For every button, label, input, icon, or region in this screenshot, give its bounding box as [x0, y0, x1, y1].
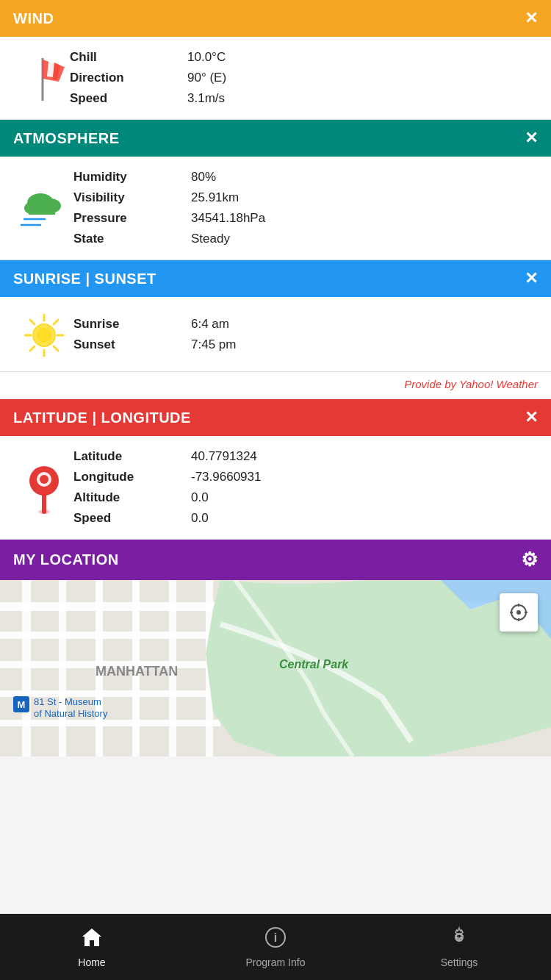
settings-icon [448, 926, 470, 954]
sunset-value: 7:45 pm [191, 337, 236, 352]
atmosphere-close-icon[interactable]: ✕ [525, 129, 539, 148]
state-label: State [73, 232, 191, 246]
svg-text:M: M [18, 699, 26, 710]
wind-direction-label: Direction [70, 71, 187, 85]
program-info-label: Program Info [246, 956, 306, 968]
svg-text:MANHATTAN: MANHATTAN [96, 664, 178, 679]
svg-line-16 [30, 320, 35, 324]
wind-direction-value: 90° (E) [187, 71, 226, 85]
visibility-label: Visibility [73, 190, 191, 205]
atmosphere-values: 80% 25.91km 34541.18hPa Steady [191, 170, 265, 246]
sunset-label: Sunset [73, 337, 191, 352]
atmosphere-section: ATMOSPHERE ✕ [0, 120, 551, 260]
svg-rect-8 [29, 209, 55, 215]
sunrise-header: SUNRISE | SUNSET ✕ [0, 260, 551, 297]
wind-content: Chill Direction Speed 10.0°C 90° (E) 3.1… [0, 37, 551, 120]
latlng-header: LATITUDE | LONGITUDE ✕ [0, 399, 551, 436]
map-location-button[interactable] [500, 593, 538, 632]
wind-header: WIND ✕ [0, 0, 551, 37]
wind-chill-value: 10.0°C [187, 50, 226, 65]
svg-point-25 [40, 475, 48, 484]
map-svg: MANHATTAN Central Park M 81 St - Museum … [0, 580, 551, 757]
sunrise-close-icon[interactable]: ✕ [525, 269, 539, 288]
sunrise-section: SUNRISE | SUNSET ✕ [0, 260, 551, 399]
latlng-labels: Latitude Longitude Altitude Speed [73, 449, 191, 526]
latlng-section: LATITUDE | LONGITUDE ✕ Latitude Longitu [0, 399, 551, 540]
atmosphere-header: ATMOSPHERE ✕ [0, 120, 551, 157]
latlng-title: LATITUDE | LONGITUDE [13, 409, 191, 426]
settings-label: Settings [441, 956, 478, 968]
svg-point-23 [38, 509, 50, 514]
wind-icon [15, 51, 70, 106]
altitude-label: Altitude [73, 490, 191, 505]
atmosphere-labels: Humidity Visibility Pressure State [73, 170, 191, 246]
wind-close-icon[interactable]: ✕ [525, 9, 539, 28]
svg-line-19 [30, 346, 35, 351]
svg-text:of Natural History: of Natural History [34, 708, 108, 719]
latitude-label: Latitude [73, 449, 191, 464]
mylocation-title: MY LOCATION [13, 551, 119, 568]
mylocation-header: MY LOCATION ⚙ [0, 540, 551, 580]
info-icon: i [264, 926, 287, 954]
home-icon [81, 926, 103, 954]
svg-rect-32 [22, 580, 31, 757]
svg-point-45 [516, 610, 521, 615]
wind-labels: Chill Direction Speed [70, 50, 187, 106]
svg-rect-31 [0, 720, 220, 726]
svg-rect-30 [0, 690, 220, 697]
latlng-icon [15, 460, 73, 515]
latlng-speed-label: Speed [73, 511, 191, 526]
state-value: Steady [191, 232, 265, 246]
wind-speed-value: 3.1m/s [187, 91, 226, 106]
latlng-speed-value: 0.0 [191, 511, 261, 526]
atmosphere-content: Humidity Visibility Pressure State 80% 2… [0, 157, 551, 260]
humidity-label: Humidity [73, 170, 191, 185]
svg-point-21 [37, 328, 51, 343]
svg-text:81 St - Museum: 81 St - Museum [34, 696, 101, 707]
humidity-value: 80% [191, 170, 265, 185]
page: WIND ✕ Chill Direction [0, 0, 551, 823]
sunrise-label: Sunrise [73, 317, 191, 332]
wind-chill-label: Chill [70, 50, 187, 65]
sunrise-icon [15, 310, 73, 358]
svg-text:Central Park: Central Park [279, 658, 349, 670]
home-label: Home [78, 956, 105, 968]
sunrise-title: SUNRISE | SUNSET [13, 271, 156, 287]
wind-section: WIND ✕ Chill Direction [0, 0, 551, 120]
visibility-value: 25.91km [191, 190, 265, 205]
mylocation-section: MY LOCATION ⚙ [0, 540, 551, 757]
wind-values: 10.0°C 90° (E) 3.1m/s [187, 50, 226, 106]
map-container: MANHATTAN Central Park M 81 St - Museum … [0, 580, 551, 757]
nav-settings[interactable]: Settings [367, 926, 551, 968]
gear-icon[interactable]: ⚙ [521, 548, 539, 571]
latlng-close-icon[interactable]: ✕ [525, 408, 539, 427]
atmosphere-title: ATMOSPHERE [13, 130, 120, 147]
nav-program-info[interactable]: i Program Info [184, 926, 367, 968]
nav-home[interactable]: Home [0, 926, 184, 968]
wind-speed-label: Speed [70, 91, 187, 106]
atmosphere-icon [15, 182, 73, 234]
longitude-value: -73.9660931 [191, 470, 261, 484]
longitude-label: Longitude [73, 470, 191, 484]
svg-text:i: i [274, 931, 277, 944]
altitude-value: 0.0 [191, 490, 261, 505]
sunrise-content: Sunrise Sunset 6:4 am 7:45 pm [0, 297, 551, 372]
wind-data: Chill Direction Speed 10.0°C 90° (E) 3.1… [70, 50, 536, 106]
pressure-value: 34541.18hPa [191, 211, 265, 226]
pressure-label: Pressure [73, 211, 191, 226]
atmosphere-data: Humidity Visibility Pressure State 80% 2… [73, 170, 536, 246]
svg-line-17 [54, 346, 58, 351]
sunrise-values: 6:4 am 7:45 pm [191, 317, 236, 352]
svg-rect-33 [59, 580, 66, 757]
latlng-values: 40.7791324 -73.9660931 0.0 0.0 [191, 449, 261, 526]
svg-line-18 [54, 320, 58, 324]
wind-title: WIND [13, 10, 54, 27]
latitude-value: 40.7791324 [191, 449, 261, 464]
latlng-content: Latitude Longitude Altitude Speed 40.779… [0, 436, 551, 540]
bottom-nav: Home i Program Info Settings [0, 914, 551, 980]
sunrise-data: Sunrise Sunset 6:4 am 7:45 pm [73, 317, 536, 352]
latlng-data: Latitude Longitude Altitude Speed 40.779… [73, 449, 536, 526]
sunrise-value: 6:4 am [191, 317, 236, 332]
sunrise-labels: Sunrise Sunset [73, 317, 191, 352]
yahoo-attribution: Provide by Yahoo! Weather [0, 372, 551, 399]
